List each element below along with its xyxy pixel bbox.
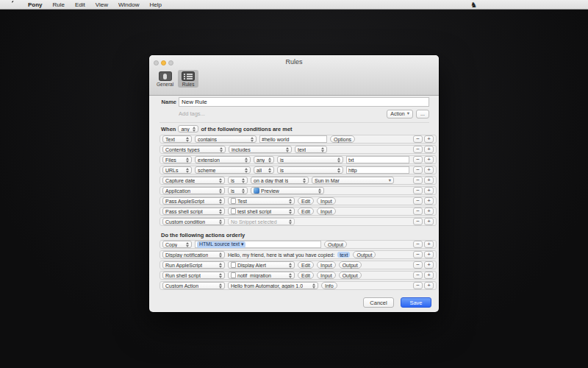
output-button[interactable]: Output — [324, 241, 347, 248]
popup-button-display-notification[interactable]: Display notification — [162, 251, 225, 258]
popup-button-contents-types[interactable]: Contents types — [162, 146, 226, 153]
token-html-source-text[interactable]: HTML source text ▾ — [197, 241, 245, 248]
edit-button[interactable]: Edit — [298, 272, 314, 279]
popup-button-urls[interactable]: URLs — [162, 166, 192, 174]
popup-button-run-applescript[interactable]: Run AppleScript — [162, 261, 225, 269]
text-field-hello-world[interactable] — [259, 135, 327, 143]
add-row-button[interactable]: + — [424, 218, 434, 225]
remove-row-button[interactable]: − — [413, 218, 423, 225]
text-field-http[interactable] — [346, 166, 409, 174]
tags-input[interactable] — [179, 110, 387, 118]
add-row-button[interactable]: + — [424, 197, 434, 205]
popup-button-display-alert[interactable]: Display Alert — [228, 261, 295, 269]
popup-button-sun-in-mar[interactable]: Sun in Mar▾ — [312, 177, 394, 184]
add-row-button[interactable]: + — [424, 208, 434, 215]
add-row-button[interactable]: + — [424, 187, 434, 194]
remove-row-button[interactable]: − — [413, 197, 423, 205]
popup-button-text[interactable]: Text — [162, 135, 192, 143]
output-button[interactable]: Output — [339, 261, 362, 269]
edit-button[interactable]: Edit — [298, 208, 314, 215]
remove-row-button[interactable]: − — [413, 282, 423, 289]
token-field[interactable]: HTML source text ▾ — [195, 241, 321, 248]
popup-button-includes[interactable]: includes — [229, 146, 292, 153]
remove-row-button[interactable]: − — [413, 241, 423, 248]
popup-button-text[interactable]: text — [295, 146, 327, 153]
popup-button-run-shell-script[interactable]: Run shell script — [162, 272, 225, 279]
popup-button-test-shell-script[interactable]: test shell script — [228, 208, 295, 215]
menu-item-help[interactable]: Help — [144, 0, 166, 10]
rule-name-input[interactable] — [179, 97, 429, 107]
menu-item-window[interactable]: Window — [113, 0, 144, 10]
cancel-button[interactable]: Cancel — [363, 297, 394, 308]
text-field-txt[interactable] — [346, 156, 409, 163]
remove-row-button[interactable]: − — [413, 166, 423, 174]
popup-button-capture-date[interactable]: Capture date — [162, 177, 225, 184]
token-text[interactable]: text — [337, 252, 350, 258]
toolbar-item-rules[interactable]: Rules — [178, 70, 198, 88]
add-row-button[interactable]: + — [424, 272, 434, 279]
menu-item-rule[interactable]: Rule — [48, 0, 70, 10]
pony-menu-extra-icon[interactable]: ♞ — [470, 0, 477, 10]
popup-button-on-a-day-that-is[interactable]: on a day that is — [251, 177, 309, 184]
match-mode-popup[interactable]: any — [178, 125, 198, 132]
remove-row-button[interactable]: − — [413, 187, 423, 194]
input-button[interactable]: Input — [317, 208, 336, 215]
edit-button[interactable]: Edit — [298, 261, 314, 269]
edit-button[interactable]: Edit — [298, 197, 314, 205]
add-row-button[interactable]: + — [424, 135, 434, 143]
add-row-button[interactable]: + — [424, 177, 434, 184]
add-row-button[interactable]: + — [424, 166, 434, 174]
popup-button-is[interactable]: is — [228, 177, 248, 184]
output-button[interactable]: Output — [353, 251, 376, 258]
remove-row-button[interactable]: − — [413, 146, 423, 153]
popup-button-pass-shell-script[interactable]: Pass shell script — [162, 208, 225, 215]
popup-button-is[interactable]: is — [228, 187, 248, 194]
remove-row-button[interactable]: − — [413, 261, 423, 269]
popup-button-no-snippet-selected[interactable]: No Snippet selected — [228, 218, 295, 225]
row-add-remove-group: −+ — [413, 272, 434, 279]
save-button[interactable]: Save — [401, 297, 431, 308]
popup-button-test[interactable]: Test — [228, 197, 295, 205]
popup-button-notif-migration[interactable]: notif_migration — [228, 272, 295, 279]
remove-row-button[interactable]: − — [413, 251, 423, 258]
popup-button-is[interactable]: is — [277, 156, 343, 163]
add-row-button[interactable]: + — [424, 282, 434, 289]
popup-button-extension[interactable]: extension — [195, 156, 251, 163]
apple-logo-icon[interactable] — [9, 1, 15, 8]
remove-row-button[interactable]: − — [413, 177, 423, 184]
remove-row-button[interactable]: − — [413, 156, 423, 163]
popup-button-custom-condition[interactable]: Custom condition — [162, 218, 225, 225]
input-button[interactable]: Input — [317, 261, 336, 269]
input-button[interactable]: Input — [317, 272, 336, 279]
input-button[interactable]: Input — [317, 197, 336, 205]
popup-button-all[interactable]: all — [254, 166, 274, 174]
menu-item-view[interactable]: View — [90, 0, 113, 10]
add-row-button[interactable]: + — [424, 241, 434, 248]
popup-button-any[interactable]: any — [254, 156, 274, 163]
add-row-button[interactable]: + — [424, 261, 434, 269]
more-options-button[interactable]: ... — [416, 110, 429, 118]
action-menu-button[interactable]: Action ▾ — [387, 110, 413, 118]
add-row-button[interactable]: + — [424, 156, 434, 163]
popup-button-contains[interactable]: contains — [195, 135, 257, 143]
popup-button-is[interactable]: is — [277, 166, 343, 174]
remove-row-button[interactable]: − — [413, 208, 423, 215]
remove-row-button[interactable]: − — [413, 272, 423, 279]
add-row-button[interactable]: + — [424, 146, 434, 153]
popup-button-files[interactable]: Files — [162, 156, 192, 163]
popup-button-copy[interactable]: Copy — [162, 241, 192, 248]
popup-button-pass-applescript[interactable]: Pass AppleScript — [162, 197, 225, 205]
popup-button-custom-action[interactable]: Custom Action — [162, 282, 225, 289]
output-button[interactable]: Output — [339, 272, 362, 279]
toolbar-item-general[interactable]: General — [154, 70, 176, 88]
options-button[interactable]: Options — [330, 135, 355, 143]
popup-button-scheme[interactable]: scheme — [195, 166, 251, 174]
popup-button-application[interactable]: Application — [162, 187, 225, 194]
info-button[interactable]: Info — [321, 282, 337, 289]
menu-item-pony[interactable]: Pony — [23, 0, 48, 10]
add-row-button[interactable]: + — [424, 251, 434, 258]
remove-row-button[interactable]: − — [413, 135, 423, 143]
popup-button-preview[interactable]: Preview — [251, 187, 324, 194]
popup-button-hello-from-automator-again-1-0[interactable]: Hello from Automator, again 1.0 — [228, 282, 318, 289]
menu-item-edit[interactable]: Edit — [70, 0, 90, 10]
